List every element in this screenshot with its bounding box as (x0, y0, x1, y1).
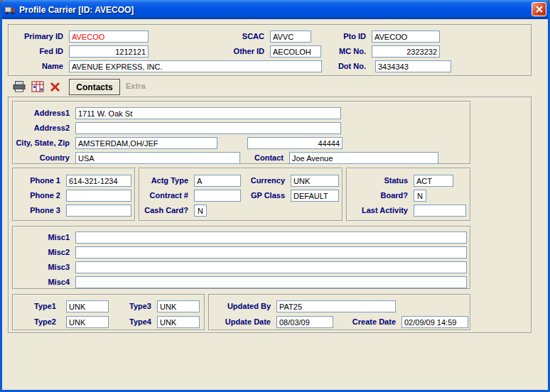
update-date-field[interactable] (276, 316, 333, 328)
close-icon (536, 6, 543, 13)
phones-group: Phone 1 Phone 2 Phone 3 (12, 168, 136, 222)
contact-label: Contact (254, 153, 284, 163)
address1-label: Address1 (34, 109, 70, 118)
board-label: Board? (381, 191, 409, 200)
phone2-field[interactable] (66, 190, 131, 202)
board-button[interactable] (29, 79, 46, 94)
delete-button[interactable] (46, 79, 63, 94)
misc1-label: Misc1 (48, 233, 70, 242)
printer-icon (13, 81, 26, 92)
type3-label: Type3 (129, 302, 151, 311)
currency-label: Currency (251, 176, 285, 185)
contract-number-field[interactable] (194, 190, 241, 202)
status-field[interactable] (414, 175, 453, 187)
country-field[interactable] (75, 152, 240, 164)
status-label: Status (384, 176, 408, 185)
cash-card-label: Cash Card? (144, 206, 188, 215)
other-id-label: Other ID (234, 47, 264, 56)
board-field[interactable] (414, 190, 426, 202)
country-label: Country (40, 153, 70, 163)
address1-field[interactable] (75, 107, 341, 119)
tab-contacts-label: Contacts (76, 82, 112, 92)
misc2-label: Misc2 (48, 248, 70, 257)
mc-no-field[interactable] (372, 45, 440, 58)
misc3-label: Misc3 (48, 263, 70, 272)
name-label: Name (42, 62, 63, 71)
profile-carrier-window: Profile Carrier [ID: AVECOO] Primary ID … (0, 0, 550, 392)
actg-type-field[interactable] (194, 175, 241, 187)
app-icon (4, 5, 16, 15)
close-button[interactable] (532, 2, 546, 16)
phone2-label: Phone 2 (30, 191, 60, 200)
updated-by-field[interactable] (276, 300, 396, 312)
tab-extra: Extra (126, 82, 146, 90)
updated-by-label: Updated By (227, 302, 271, 311)
city-state-zip-label: City, State, Zip (16, 138, 70, 148)
create-date-label: Create Date (352, 317, 396, 327)
phone1-field[interactable] (66, 175, 131, 187)
name-field[interactable] (69, 60, 322, 72)
board-icon (31, 81, 44, 92)
misc4-label: Misc4 (48, 278, 70, 287)
contact-field[interactable] (289, 152, 438, 164)
address2-label: Address2 (34, 124, 70, 133)
type4-field[interactable] (157, 316, 200, 328)
misc1-field[interactable] (75, 232, 467, 244)
dot-no-label: Dot No. (338, 62, 366, 71)
city-state-zip-field[interactable] (75, 137, 217, 149)
currency-field[interactable] (291, 175, 339, 187)
type3-field[interactable] (157, 300, 200, 312)
misc4-field[interactable] (75, 276, 467, 288)
carrier-id-group: Primary ID SCAC Pto ID Fed ID Other ID M… (8, 24, 532, 77)
primary-id-field[interactable] (69, 31, 149, 43)
printer-button[interactable] (11, 79, 28, 94)
types-group: Type1 Type2 Type3 Type4 (12, 294, 205, 331)
last-activity-label: Last Activity (362, 206, 408, 215)
address-group: Address1 Address2 City, State, Zip Count… (12, 101, 471, 165)
scac-label: SCAC (242, 32, 264, 41)
other-id-field[interactable] (270, 45, 321, 58)
phone3-field[interactable] (66, 205, 131, 217)
create-date-field[interactable] (401, 316, 468, 328)
titlebar[interactable]: Profile Carrier [ID: AVECOO] (0, 0, 550, 19)
pto-id-label: Pto ID (343, 32, 366, 41)
window-title: Profile Carrier [ID: AVECOO] (19, 5, 134, 15)
type1-field[interactable] (66, 300, 109, 312)
update-date-label: Update Date (225, 317, 271, 327)
type4-label: Type4 (129, 317, 151, 327)
fed-id-field[interactable] (69, 45, 149, 58)
last-activity-field[interactable] (414, 205, 466, 217)
dot-no-field[interactable] (375, 60, 451, 72)
contract-number-label: Contract # (150, 191, 188, 200)
type1-label: Type1 (34, 302, 56, 311)
type2-field[interactable] (66, 316, 109, 328)
phone1-label: Phone 1 (30, 176, 60, 185)
zip-field[interactable] (247, 137, 343, 149)
misc3-field[interactable] (75, 261, 467, 273)
fed-id-label: Fed ID (39, 47, 63, 56)
cash-card-field[interactable] (194, 205, 207, 217)
gp-class-field[interactable] (291, 190, 339, 202)
audit-group: Updated By Update Date Create Date (208, 294, 471, 331)
phone3-label: Phone 3 (30, 206, 60, 215)
status-group: Status Board? Last Activity (346, 168, 471, 222)
tab-extra-label: Extra (126, 82, 146, 90)
tab-contacts[interactable]: Contacts (69, 79, 120, 95)
gp-class-label: GP Class (251, 191, 285, 200)
scac-field[interactable] (270, 31, 311, 43)
type2-label: Type2 (34, 317, 56, 327)
primary-id-label: Primary ID (24, 32, 63, 41)
misc-group: Misc1 Misc2 Misc3 Misc4 (12, 226, 471, 290)
delete-icon (50, 82, 60, 92)
pto-id-field[interactable] (372, 31, 440, 43)
misc2-field[interactable] (75, 246, 467, 258)
accounting-group: Actg Type Contract # Cash Card? Currency… (139, 168, 343, 222)
mc-no-label: MC No. (339, 47, 366, 56)
address2-field[interactable] (75, 122, 341, 134)
actg-type-label: Actg Type (151, 176, 188, 185)
